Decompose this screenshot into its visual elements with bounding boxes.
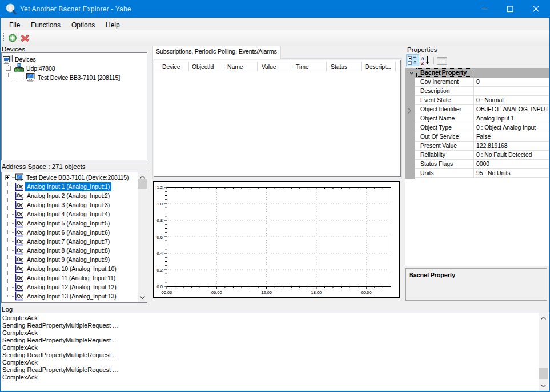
svg-text:1.2: 1.2 <box>157 185 163 190</box>
svg-text:0.2: 0.2 <box>157 268 163 273</box>
svg-text:00:00: 00:00 <box>361 290 372 295</box>
svg-text:12:00: 12:00 <box>261 290 272 295</box>
svg-text:0.8: 0.8 <box>157 218 163 223</box>
svg-text:18:00: 18:00 <box>311 290 322 295</box>
svg-text:0.4: 0.4 <box>157 251 163 256</box>
svg-text:1.0: 1.0 <box>157 201 163 207</box>
svg-text:06:00: 06:00 <box>211 290 222 295</box>
svg-text:Z: Z <box>421 60 424 65</box>
svg-text:0.0: 0.0 <box>157 284 163 289</box>
svg-text:0.6: 0.6 <box>157 235 163 240</box>
svg-text:00:00: 00:00 <box>162 290 172 295</box>
